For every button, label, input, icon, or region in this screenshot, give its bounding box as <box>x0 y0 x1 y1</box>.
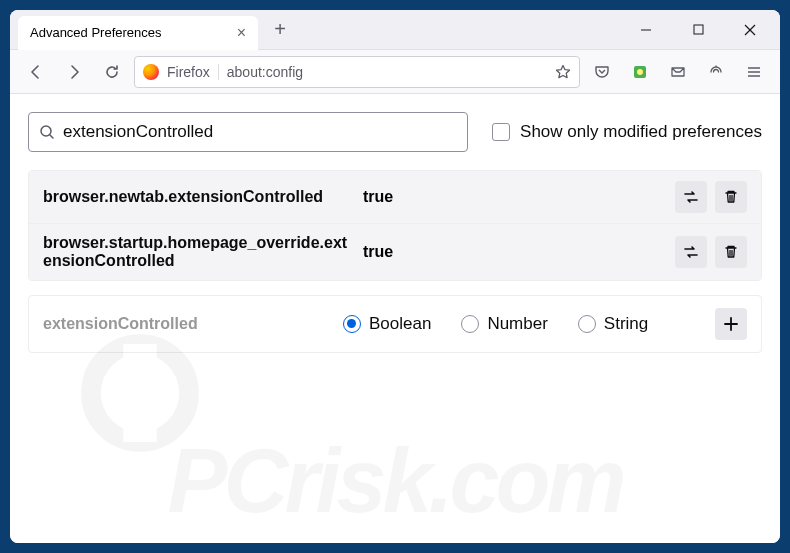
forward-button[interactable] <box>58 56 90 88</box>
url-text: about:config <box>227 64 547 80</box>
new-pref-row: extensionControlled Boolean Number Strin… <box>28 295 762 353</box>
pocket-icon[interactable] <box>586 56 618 88</box>
new-tab-button[interactable]: + <box>266 16 294 44</box>
delete-button[interactable] <box>715 236 747 268</box>
delete-button[interactable] <box>715 181 747 213</box>
search-icon <box>39 124 55 140</box>
add-button[interactable] <box>715 308 747 340</box>
minimize-button[interactable] <box>624 14 668 46</box>
titlebar: Advanced Preferences × + <box>10 10 780 50</box>
radio-label: Boolean <box>369 314 431 334</box>
svg-line-10 <box>50 135 53 138</box>
radio-label: String <box>604 314 648 334</box>
svg-rect-14 <box>123 344 157 442</box>
radio-boolean[interactable]: Boolean <box>343 314 431 334</box>
close-window-button[interactable] <box>728 14 772 46</box>
pref-row: browser.newtab.extensionControlled true <box>29 171 761 224</box>
pref-value: true <box>363 188 665 206</box>
search-row: Show only modified preferences <box>28 112 762 152</box>
radio-icon <box>461 315 479 333</box>
back-button[interactable] <box>20 56 52 88</box>
pref-value: true <box>363 243 665 261</box>
search-input[interactable] <box>63 122 457 142</box>
checkbox-icon <box>492 123 510 141</box>
show-modified-checkbox[interactable]: Show only modified preferences <box>492 122 762 142</box>
radio-icon <box>343 315 361 333</box>
svg-point-13 <box>91 344 189 442</box>
urlbar[interactable]: Firefox about:config <box>134 56 580 88</box>
radio-label: Number <box>487 314 547 334</box>
menu-button[interactable] <box>738 56 770 88</box>
radio-icon <box>578 315 596 333</box>
show-modified-label: Show only modified preferences <box>520 122 762 142</box>
extension-icon[interactable] <box>624 56 656 88</box>
shield-icon[interactable] <box>700 56 732 88</box>
pref-actions <box>675 181 747 213</box>
tab-active[interactable]: Advanced Preferences × <box>18 16 258 50</box>
svg-rect-1 <box>694 25 703 34</box>
pref-name: browser.startup.homepage_override.extens… <box>43 234 353 270</box>
pref-actions <box>675 236 747 268</box>
toggle-button[interactable] <box>675 236 707 268</box>
close-icon[interactable]: × <box>237 24 246 42</box>
new-pref-name: extensionControlled <box>43 315 333 333</box>
search-box[interactable] <box>28 112 468 152</box>
toolbar: Firefox about:config <box>10 50 780 94</box>
url-identity: Firefox <box>167 64 219 80</box>
content-area: Show only modified preferences browser.n… <box>10 94 780 543</box>
type-radio-group: Boolean Number String <box>343 314 705 334</box>
bookmark-star-icon[interactable] <box>555 64 571 80</box>
pref-name: browser.newtab.extensionControlled <box>43 188 353 206</box>
radio-number[interactable]: Number <box>461 314 547 334</box>
watermark-text: PCrisk.com <box>10 430 780 533</box>
reload-button[interactable] <box>96 56 128 88</box>
pref-row: browser.startup.homepage_override.extens… <box>29 224 761 280</box>
maximize-button[interactable] <box>676 14 720 46</box>
inbox-icon[interactable] <box>662 56 694 88</box>
window-controls <box>624 14 772 46</box>
firefox-icon <box>143 64 159 80</box>
browser-window: Advanced Preferences × + Firef <box>10 10 780 543</box>
radio-string[interactable]: String <box>578 314 648 334</box>
toggle-button[interactable] <box>675 181 707 213</box>
svg-point-5 <box>637 69 643 75</box>
prefs-table: browser.newtab.extensionControlled true … <box>28 170 762 281</box>
tab-title: Advanced Preferences <box>30 25 162 40</box>
